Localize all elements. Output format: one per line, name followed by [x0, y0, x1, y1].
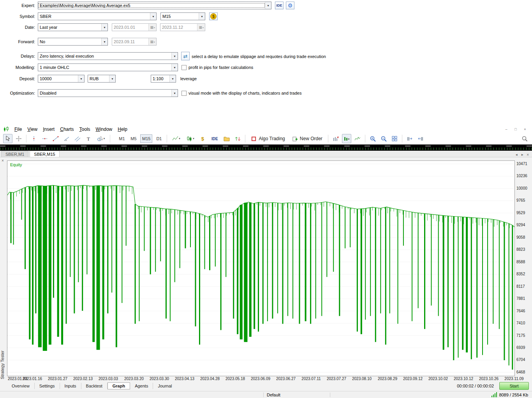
date-label: Date: [2, 23, 35, 31]
cursor-tool-button[interactable] [3, 134, 12, 143]
candlestick-chart-button[interactable]: ▾ [184, 134, 196, 143]
chevron-down-icon[interactable]: ▾ [101, 24, 107, 31]
menu-help[interactable]: Help [115, 127, 130, 132]
timeframe-d1-button[interactable]: D1 [154, 134, 164, 143]
ide-button[interactable]: IDE [275, 2, 284, 9]
shapes-tool-button[interactable]: ▾ [95, 134, 107, 143]
deposit-amount-combobox[interactable]: 10000 ▾ [38, 75, 85, 83]
menu-charts[interactable]: Charts [57, 127, 76, 132]
tester-tab-graph[interactable]: Graph [107, 382, 130, 389]
chevron-down-icon[interactable]: ▾ [101, 38, 107, 45]
expert-combobox[interactable]: Examples\Moving Average\Moving Average.e… [38, 2, 271, 9]
toolbar-separator [110, 135, 110, 143]
search-button[interactable] [520, 134, 529, 143]
menu-tools[interactable]: Tools [77, 127, 93, 132]
data-folder-button[interactable] [222, 134, 231, 143]
date-from-field[interactable]: 2023.01.01 ▦ ▾ [112, 23, 157, 31]
tester-close-icon[interactable]: × [2, 158, 4, 163]
chevron-down-icon[interactable]: ▾ [169, 75, 176, 82]
symbol-combobox[interactable]: SBER ▾ [38, 12, 157, 20]
toolbar-separator [328, 135, 328, 143]
x-axis-tick-label: 2023.07.27 [327, 377, 346, 381]
auto-scroll-button[interactable] [342, 134, 351, 143]
chart-close-icon[interactable]: × [527, 153, 529, 157]
visual-mode-checkbox[interactable] [181, 91, 187, 96]
tile-windows-button[interactable] [390, 134, 399, 143]
symbol-properties-button[interactable]: $ [209, 12, 218, 20]
modelling-combobox[interactable]: 1 minute OHLC ▾ [38, 63, 178, 71]
connection-status-icon [491, 392, 497, 397]
tester-tab-journal[interactable]: Journal [153, 383, 176, 389]
timeframe-m15-button[interactable]: M15 [140, 134, 152, 143]
trendline-angle-tool-button[interactable] [62, 134, 71, 143]
tester-tab-inputs[interactable]: Inputs [60, 383, 81, 389]
tester-tab-backtest[interactable]: Backtest [81, 383, 107, 389]
forward-date-field[interactable]: 2023.09.11 ▦ ▾ [112, 38, 157, 46]
chevron-down-icon[interactable]: ▾ [171, 53, 178, 60]
symbols-button[interactable]: $ [198, 134, 207, 143]
calendar-button[interactable]: ▦ ▾ [148, 24, 156, 31]
zoom-out-button[interactable] [379, 134, 388, 143]
chevron-down-icon[interactable]: ▾ [171, 90, 178, 97]
timeframe-m1-button[interactable]: M1 [117, 134, 127, 143]
profit-in-pips-checkbox[interactable] [181, 65, 187, 70]
period-combobox[interactable]: M15 ▾ [160, 12, 205, 20]
chart-tab-sber-m1[interactable]: SBER,M1 [1, 151, 28, 157]
tester-tab-agents[interactable]: Agents [130, 383, 153, 389]
calendar-button[interactable]: ▦ ▾ [148, 38, 156, 45]
horizontal-line-icon [42, 136, 48, 142]
chart-shift-button[interactable] [331, 134, 340, 143]
date-to-field[interactable]: 2023.11.12 ▦ ▾ [160, 23, 205, 31]
tester-tab-overview[interactable]: Overview [7, 383, 35, 389]
price-chart-strip[interactable] [0, 144, 532, 151]
horizontal-line-tool-button[interactable] [40, 134, 49, 143]
tab-scroll-right-icon[interactable]: ► [521, 153, 524, 157]
text-tool-button[interactable]: T [84, 134, 93, 143]
leverage-combobox[interactable]: 1:100 ▾ [151, 75, 176, 83]
new-order-button[interactable]: New Order [289, 134, 325, 143]
minimize-button[interactable]: – [503, 127, 509, 131]
equity-chart-svg[interactable] [7, 160, 515, 376]
x-axis-tick-label: 2023.03.30 [150, 377, 169, 381]
zoom-in-button[interactable] [368, 134, 377, 143]
equidistant-channel-tool-button[interactable] [73, 134, 82, 143]
close-button[interactable]: × [522, 127, 528, 131]
tick-chart-button[interactable] [353, 134, 362, 143]
chevron-down-icon[interactable]: ▾ [265, 2, 271, 9]
strategy-tester-panel: × Strategy Tester Equity 104711023610000… [0, 157, 532, 391]
line-chart-button[interactable]: ▾ [170, 134, 182, 143]
tab-scroll-left-icon[interactable]: ◄ [515, 153, 518, 157]
chart-tab-sber-m15[interactable]: SBER,M15 [30, 151, 59, 157]
profile-name[interactable]: Default [264, 393, 330, 397]
restore-button[interactable]: □ [513, 127, 519, 131]
deposit-currency-combobox[interactable]: RUB ▾ [88, 75, 116, 83]
start-button[interactable]: Start [499, 382, 529, 390]
chevron-down-icon[interactable]: ▾ [150, 13, 156, 20]
dock-panel-right-button[interactable] [405, 134, 414, 143]
forward-combobox[interactable]: No ▾ [38, 38, 108, 46]
chevron-down-icon[interactable]: ▾ [171, 64, 178, 71]
dock-panel-left-button[interactable] [416, 134, 425, 143]
expert-properties-button[interactable]: ⚙ [286, 2, 294, 9]
crosshair-tool-button[interactable] [14, 134, 23, 143]
optimization-combobox[interactable]: Disabled ▾ [38, 89, 178, 97]
tester-tab-settings[interactable]: Settings [35, 383, 60, 389]
menu-file[interactable]: File [12, 127, 25, 132]
delay-settings-button[interactable]: ⇄ [181, 52, 190, 60]
trendline-tool-button[interactable] [51, 134, 60, 143]
date-range-combobox[interactable]: Last year ▾ [38, 23, 108, 31]
chart-shift-icon [333, 136, 339, 142]
chevron-down-icon[interactable]: ▾ [199, 13, 205, 20]
algo-trading-button[interactable]: Algo Trading [248, 134, 287, 143]
menu-window[interactable]: Window [93, 127, 115, 132]
deposit-withdrawal-button[interactable] [233, 134, 242, 143]
vertical-line-tool-button[interactable] [29, 134, 39, 143]
ide-toolbar-button[interactable]: IDE [209, 134, 220, 143]
menu-view[interactable]: View [25, 127, 40, 132]
chevron-down-icon[interactable]: ▾ [78, 75, 84, 82]
menu-insert[interactable]: Insert [40, 127, 57, 132]
chevron-down-icon[interactable]: ▾ [109, 75, 115, 82]
delays-combobox[interactable]: Zero latency, ideal execution ▾ [38, 52, 178, 60]
calendar-button[interactable]: ▦ ▾ [197, 24, 205, 31]
timeframe-m5-button[interactable]: M5 [129, 134, 139, 143]
